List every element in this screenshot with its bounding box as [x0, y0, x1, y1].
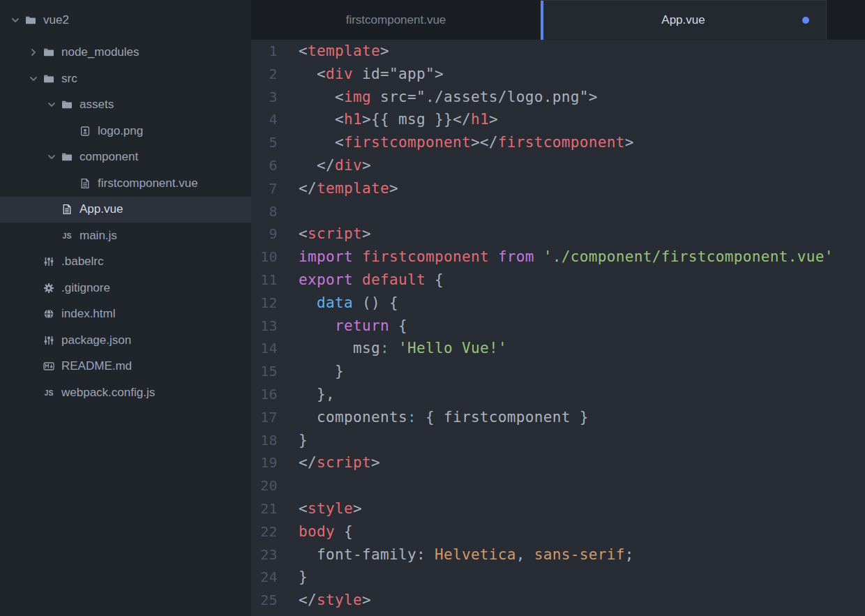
- line-number[interactable]: 22: [251, 520, 278, 543]
- code-line-content[interactable]: }: [278, 429, 308, 452]
- chevron-right-icon[interactable]: [25, 47, 42, 58]
- tree-file-index-html[interactable]: index.html: [0, 301, 251, 328]
- code-line-6[interactable]: 6 </div>: [251, 154, 865, 177]
- code-line-3[interactable]: 3 <img src="./assets/logo.png">: [251, 86, 865, 109]
- line-number[interactable]: 9: [251, 223, 278, 246]
- code-line-24[interactable]: 24}: [251, 566, 865, 589]
- code-line-content[interactable]: [278, 474, 299, 497]
- code-line-content[interactable]: <style>: [278, 497, 362, 520]
- line-number[interactable]: 5: [251, 131, 278, 154]
- code-line-content[interactable]: components: { firstcomponent }: [278, 406, 589, 429]
- line-number[interactable]: 20: [251, 474, 278, 497]
- tree-folder-node-modules[interactable]: node_modules: [0, 40, 251, 66]
- line-number[interactable]: 19: [251, 451, 278, 474]
- code-line-content[interactable]: <h1>{{ msg }}</h1>: [278, 108, 498, 131]
- code-line-23[interactable]: 23 font-family: Helvetica, sans-serif;: [251, 543, 865, 566]
- line-number[interactable]: 16: [251, 383, 278, 406]
- code-line-content[interactable]: </template>: [278, 177, 398, 200]
- code-line-11[interactable]: 11export default {: [251, 269, 865, 292]
- code-line-content[interactable]: import firstcomponent from './component/…: [278, 246, 834, 269]
- tab-firstcomponent-vue[interactable]: firstcomponent.vue: [251, 0, 541, 40]
- code-line-content[interactable]: </script>: [278, 451, 380, 474]
- code-line-16[interactable]: 16 },: [251, 383, 865, 406]
- line-number[interactable]: 10: [251, 246, 278, 269]
- line-number[interactable]: 21: [251, 497, 278, 520]
- code-token: firstcomponent: [362, 248, 489, 265]
- line-number[interactable]: 14: [251, 337, 278, 360]
- code-line-content[interactable]: return {: [278, 315, 407, 338]
- tree-folder-assets[interactable]: assets: [0, 92, 251, 119]
- code-line-content[interactable]: data () {: [278, 292, 398, 315]
- code-line-4[interactable]: 4 <h1>{{ msg }}</h1>: [251, 108, 865, 131]
- line-number[interactable]: 2: [251, 63, 278, 86]
- code-line-9[interactable]: 9<script>: [251, 223, 865, 246]
- tree-file-firstcomponent-vue[interactable]: firstcomponent.vue: [0, 170, 251, 197]
- code-line-content[interactable]: }: [278, 360, 344, 383]
- code-line-2[interactable]: 2 <div id="app">: [251, 63, 865, 86]
- tree-file-package-json[interactable]: package.json: [0, 327, 251, 354]
- code-line-7[interactable]: 7</template>: [251, 177, 865, 200]
- tree-file-app-vue[interactable]: App.vue: [0, 197, 251, 223]
- code-line-content[interactable]: <firstcomponent></firstcomponent>: [278, 131, 634, 154]
- modified-indicator-dot[interactable]: [802, 17, 809, 24]
- code-line-content[interactable]: body {: [278, 520, 353, 543]
- tree-folder-vue2[interactable]: vue2: [0, 7, 251, 33]
- tree-folder-component[interactable]: component: [0, 144, 251, 171]
- line-number[interactable]: 8: [251, 200, 278, 223]
- tree-file-gitignore[interactable]: .gitignore: [0, 275, 251, 301]
- code-editor[interactable]: 1<template>2 <div id="app">3 <img src=".…: [251, 40, 865, 616]
- code-line-content[interactable]: export default {: [278, 269, 444, 292]
- chevron-down-icon[interactable]: [7, 15, 24, 26]
- code-line-12[interactable]: 12 data () {: [251, 292, 865, 315]
- code-line-15[interactable]: 15 }: [251, 360, 865, 383]
- code-line-13[interactable]: 13 return {: [251, 315, 865, 338]
- code-line-content[interactable]: <template>: [278, 40, 389, 63]
- chevron-down-icon[interactable]: [25, 73, 42, 84]
- code-line-17[interactable]: 17 components: { firstcomponent }: [251, 406, 865, 429]
- chevron-down-icon[interactable]: [43, 151, 60, 163]
- code-line-1[interactable]: 1<template>: [251, 40, 865, 63]
- tree-file-main-js[interactable]: JSmain.js: [0, 223, 251, 249]
- code-line-5[interactable]: 5 <firstcomponent></firstcomponent>: [251, 131, 865, 154]
- line-number[interactable]: 23: [251, 543, 278, 566]
- code-line-content[interactable]: </style>: [278, 589, 371, 612]
- line-number[interactable]: 4: [251, 108, 278, 131]
- line-number[interactable]: 11: [251, 269, 278, 292]
- code-line-10[interactable]: 10import firstcomponent from './componen…: [251, 246, 865, 269]
- tree-file-webpack-config-js[interactable]: JSwebpack.config.js: [0, 380, 251, 406]
- code-line-8[interactable]: 8: [251, 200, 865, 223]
- tree-folder-src[interactable]: src: [0, 66, 251, 92]
- line-number[interactable]: 15: [251, 360, 278, 383]
- line-number[interactable]: 25: [251, 589, 278, 612]
- code-line-19[interactable]: 19</script>: [251, 451, 865, 474]
- code-line-content[interactable]: [278, 200, 299, 223]
- line-number[interactable]: 3: [251, 86, 278, 109]
- code-line-content[interactable]: font-family: Helvetica, sans-serif;: [278, 543, 634, 566]
- line-number[interactable]: 12: [251, 292, 278, 315]
- line-number[interactable]: 1: [251, 40, 278, 63]
- tree-file-babelrc[interactable]: .babelrc: [0, 249, 251, 276]
- code-line-14[interactable]: 14 msg: 'Hello Vue!': [251, 337, 865, 360]
- line-number[interactable]: 24: [251, 566, 278, 589]
- code-line-22[interactable]: 22body {: [251, 520, 865, 543]
- code-line-content[interactable]: }: [278, 566, 308, 589]
- line-number[interactable]: 6: [251, 154, 278, 177]
- code-line-content[interactable]: <img src="./assets/logo.png">: [278, 86, 598, 109]
- code-line-25[interactable]: 25</style>: [251, 589, 865, 612]
- tab-app-vue[interactable]: App.vue: [541, 0, 827, 40]
- tree-file-readme-md[interactable]: README.md: [0, 354, 251, 380]
- line-number[interactable]: 7: [251, 177, 278, 200]
- line-number[interactable]: 18: [251, 429, 278, 452]
- tree-file-logo-png[interactable]: logo.png: [0, 118, 251, 144]
- code-line-20[interactable]: 20: [251, 474, 865, 497]
- line-number[interactable]: 13: [251, 315, 278, 338]
- line-number[interactable]: 17: [251, 406, 278, 429]
- code-line-content[interactable]: msg: 'Hello Vue!': [278, 337, 507, 360]
- code-line-content[interactable]: <script>: [278, 223, 371, 246]
- code-line-18[interactable]: 18}: [251, 429, 865, 452]
- code-line-content[interactable]: </div>: [278, 154, 371, 177]
- chevron-down-icon[interactable]: [43, 99, 60, 110]
- code-line-content[interactable]: <div id="app">: [278, 63, 444, 86]
- code-line-21[interactable]: 21<style>: [251, 497, 865, 520]
- code-line-content[interactable]: },: [278, 383, 335, 406]
